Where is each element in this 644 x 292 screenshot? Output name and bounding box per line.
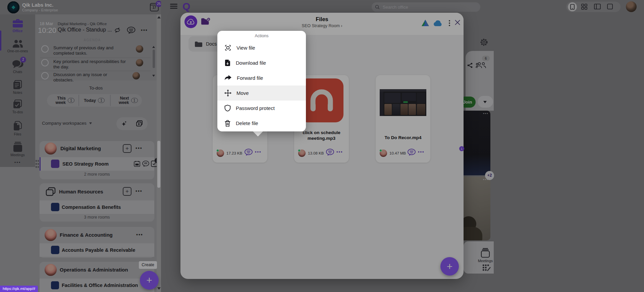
menu-item-delete-file[interactable]: Delete file [217,116,306,131]
shield-icon [224,105,231,112]
menu-item-download-file[interactable]: Download file [217,55,306,70]
view-file-icon [224,44,231,51]
menu-item-forward-file[interactable]: Forward file [217,70,306,85]
menu-item-password-protect[interactable]: Password protect [217,101,306,116]
actions-menu: Actions View file Download file Forward … [217,31,306,131]
modal-dim-overlay[interactable] [0,0,644,292]
app-screen: Qik Labs Inc. Company - Enterprise 17 25… [0,0,644,292]
browser-status-url: https://qik.mt/app/# [0,286,38,292]
trash-icon [224,120,231,127]
download-file-icon [224,59,231,66]
menu-header: Actions [217,34,306,38]
forward-icon [224,75,232,81]
move-icon [224,90,231,97]
menu-item-view-file[interactable]: View file [217,40,306,55]
menu-item-move[interactable]: Move [217,85,306,101]
